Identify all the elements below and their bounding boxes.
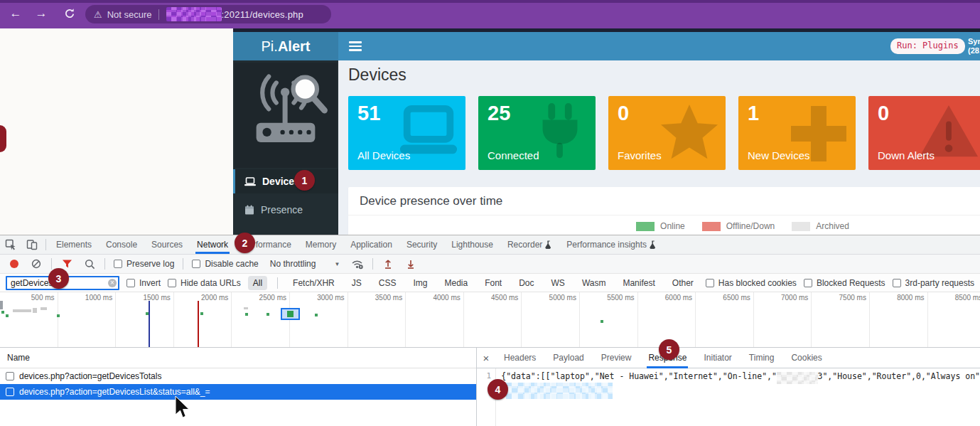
detail-tab-initiator[interactable]: Initiator bbox=[695, 348, 740, 368]
devtools-panel: Elements Console Sources Network Perform… bbox=[0, 235, 980, 426]
checkbox[interactable] bbox=[6, 388, 14, 396]
tab-recorder[interactable]: Recorder bbox=[500, 235, 559, 254]
selected-request-marker[interactable] bbox=[281, 308, 300, 320]
tab-elements[interactable]: Elements bbox=[49, 235, 99, 254]
filter-type-font[interactable]: Font bbox=[480, 276, 507, 290]
request-row-get-devices-list[interactable]: devices.php?action=getDevicesList&status… bbox=[0, 384, 476, 400]
card-down-alerts[interactable]: 0 Down Alerts bbox=[868, 96, 980, 170]
sidebar-item-presence[interactable]: Presence bbox=[233, 198, 338, 222]
waterfall-mark bbox=[0, 301, 3, 309]
third-party-requests-checkbox[interactable]: 3rd-party requests bbox=[893, 278, 974, 288]
detail-tab-headers[interactable]: Headers bbox=[495, 348, 544, 368]
card-connected[interactable]: 25 Connected bbox=[478, 96, 596, 170]
filter-type-manifest[interactable]: Manifest bbox=[618, 276, 659, 290]
devtools-tabbar: Elements Console Sources Network Perform… bbox=[0, 235, 980, 255]
tab-sources[interactable]: Sources bbox=[144, 235, 190, 254]
has-blocked-cookies-checkbox[interactable]: Has blocked cookies bbox=[706, 278, 797, 288]
disable-cache-checkbox[interactable]: Disable cache bbox=[188, 259, 262, 269]
clear-filter-icon[interactable]: × bbox=[108, 279, 117, 287]
detail-tab-timing[interactable]: Timing bbox=[741, 348, 783, 368]
step-badge-5: 5 bbox=[659, 339, 679, 360]
pialert-logo[interactable]: Pi.Alert bbox=[233, 32, 338, 60]
legend-offline[interactable]: Offline/Down bbox=[702, 221, 775, 231]
sidebar-toggle-icon[interactable] bbox=[349, 41, 362, 53]
chevron-down-icon: ▼ bbox=[334, 261, 340, 267]
detail-tab-preview[interactable]: Preview bbox=[593, 348, 640, 368]
tab-memory[interactable]: Memory bbox=[298, 235, 343, 254]
filter-type-fetch-xhr[interactable]: Fetch/XHR bbox=[288, 276, 340, 290]
checkbox[interactable] bbox=[6, 372, 14, 380]
filter-type-img[interactable]: Img bbox=[408, 276, 432, 290]
filter-type-doc[interactable]: Doc bbox=[514, 276, 539, 290]
sidebar-item-label: Presence bbox=[261, 204, 303, 215]
tab-performance-insights[interactable]: Performance insights bbox=[559, 235, 664, 254]
sidebar-item-devices[interactable]: Devices bbox=[233, 169, 338, 193]
device-toolbar-icon[interactable] bbox=[21, 235, 43, 254]
filter-type-css[interactable]: CSS bbox=[374, 276, 402, 290]
checkbox[interactable] bbox=[114, 260, 122, 268]
browser-viewport: Pi.Alert Run: Plugins Syn(28, bbox=[0, 28, 980, 235]
checkbox[interactable] bbox=[192, 260, 200, 268]
name-column-header[interactable]: Name bbox=[0, 348, 476, 368]
step-badge-3: 3 bbox=[48, 268, 69, 289]
tab-lighthouse[interactable]: Lighthouse bbox=[444, 235, 500, 254]
filter-type-wasm[interactable]: Wasm bbox=[577, 276, 611, 290]
legend-archived[interactable]: Archived bbox=[792, 221, 849, 231]
record-icon[interactable] bbox=[10, 260, 18, 268]
experiment-flask-icon bbox=[545, 240, 552, 249]
brand-pi: Pi. bbox=[262, 38, 278, 55]
filter-type-all[interactable]: All bbox=[248, 276, 267, 290]
throttling-select[interactable]: No throttling▼ bbox=[264, 259, 346, 269]
network-toolbar: Preserve log Disable cache No throttling… bbox=[0, 255, 980, 274]
tab-network[interactable]: Network bbox=[190, 235, 235, 254]
sidebar: Devices Presence bbox=[233, 60, 338, 235]
legend-swatch-online bbox=[636, 222, 655, 231]
network-overview-timeline[interactable]: 500 ms 1000 ms 1500 ms 2000 ms 2500 ms 3… bbox=[0, 292, 980, 348]
request-row-get-devices-totals[interactable]: devices.php?action=getDevicesTotals bbox=[0, 368, 476, 384]
filter-type-js[interactable]: JS bbox=[347, 276, 367, 290]
preserve-log-checkbox[interactable]: Preserve log bbox=[109, 259, 178, 269]
detail-tab-cookies[interactable]: Cookies bbox=[782, 348, 830, 368]
waterfall-mark bbox=[13, 309, 31, 312]
inspect-element-icon[interactable] bbox=[0, 235, 21, 254]
address-bar[interactable]: ⚠ Not secure :20211/devices.php bbox=[85, 5, 331, 23]
mouse-cursor bbox=[173, 395, 189, 421]
calendar-icon bbox=[244, 205, 254, 215]
network-conditions-icon[interactable] bbox=[347, 255, 368, 273]
hide-data-urls-checkbox[interactable]: Hide data URLs bbox=[168, 278, 241, 288]
legend-online[interactable]: Online bbox=[636, 221, 685, 231]
filter-type-media[interactable]: Media bbox=[439, 276, 473, 290]
filter-type-ws[interactable]: WS bbox=[546, 276, 570, 290]
tab-application[interactable]: Application bbox=[343, 235, 399, 254]
waterfall-request-dot bbox=[601, 320, 603, 323]
card-all-devices[interactable]: 51 All Devices bbox=[348, 96, 465, 170]
invert-checkbox[interactable]: Invert bbox=[126, 278, 161, 288]
domcontentloaded-line bbox=[149, 301, 150, 348]
main-content: Devices 51 All Devices 25 Connected bbox=[338, 60, 980, 235]
run-plugins-button[interactable]: Run: Plugins bbox=[890, 38, 965, 54]
tab-console[interactable]: Console bbox=[99, 235, 144, 254]
detail-tabbar: × Headers Payload Preview Response Initi… bbox=[477, 348, 980, 368]
close-icon[interactable]: × bbox=[477, 352, 495, 364]
browser-forward-icon[interactable]: → bbox=[33, 6, 50, 21]
card-new-devices[interactable]: 1 New Devices bbox=[738, 96, 856, 170]
import-har-icon[interactable] bbox=[377, 255, 399, 273]
blocked-requests-checkbox[interactable]: Blocked Requests bbox=[804, 278, 885, 288]
waterfall-request-dot bbox=[146, 312, 149, 315]
detail-tab-payload[interactable]: Payload bbox=[544, 348, 592, 368]
export-har-icon[interactable] bbox=[400, 255, 421, 273]
browser-reload-icon[interactable] bbox=[61, 8, 78, 23]
card-favorites[interactable]: 0 Favorites bbox=[608, 96, 726, 170]
waterfall-request-dot bbox=[245, 313, 248, 316]
tab-security[interactable]: Security bbox=[399, 235, 444, 254]
browser-toolbar: ← → ⚠ Not secure :20211/devices.php bbox=[0, 0, 980, 28]
browser-top-strip bbox=[0, 0, 980, 3]
not-secure-warning-icon: ⚠ bbox=[94, 9, 102, 20]
edge-annotation-shape bbox=[0, 125, 6, 152]
waterfall-mark bbox=[244, 307, 248, 309]
waterfall-request-dot bbox=[266, 313, 269, 316]
browser-back-icon[interactable]: ← bbox=[7, 6, 24, 21]
filter-type-other[interactable]: Other bbox=[667, 276, 699, 290]
search-icon[interactable] bbox=[79, 255, 100, 273]
clear-icon[interactable] bbox=[26, 255, 47, 273]
